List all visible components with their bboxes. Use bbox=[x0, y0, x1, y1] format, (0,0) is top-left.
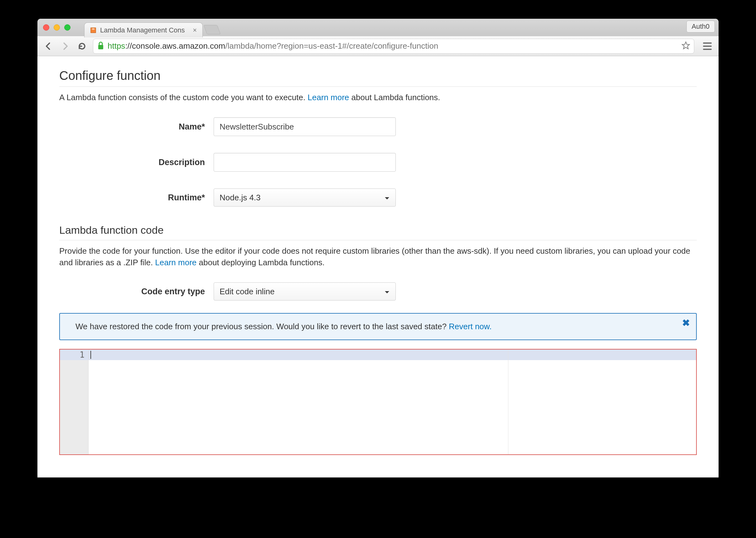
entry-type-select[interactable]: Edit code inline bbox=[213, 283, 396, 300]
code-editor[interactable]: 1 bbox=[59, 349, 697, 455]
cursor bbox=[90, 351, 91, 359]
new-tab-button[interactable] bbox=[204, 25, 221, 34]
configure-section: Configure function A Lambda function con… bbox=[59, 69, 697, 207]
configure-heading: Configure function bbox=[59, 69, 697, 83]
runtime-row: Runtime* Node.js 4.3 bbox=[59, 188, 697, 207]
description-row: Description bbox=[59, 153, 697, 172]
divider bbox=[59, 86, 697, 87]
reload-button[interactable] bbox=[76, 41, 88, 51]
url-host: ://console.aws.amazon.com bbox=[125, 41, 225, 51]
url-text: https://console.aws.amazon.com/lambda/ho… bbox=[108, 41, 438, 51]
name-input[interactable] bbox=[213, 117, 396, 136]
code-desc-text-after: about deploying Lambda functions. bbox=[197, 258, 325, 267]
tab-title: Lambda Management Cons bbox=[100, 26, 188, 34]
zoom-window-icon[interactable] bbox=[64, 24, 71, 30]
entry-type-row: Code entry type Edit code inline bbox=[59, 283, 697, 300]
runtime-value: Node.js 4.3 bbox=[219, 193, 261, 202]
learn-more-link[interactable]: Learn more bbox=[307, 93, 349, 102]
minimize-window-icon[interactable] bbox=[54, 24, 60, 30]
close-icon[interactable]: ✖ bbox=[682, 317, 690, 328]
forward-button[interactable] bbox=[59, 41, 71, 51]
description-label: Description bbox=[59, 158, 213, 167]
address-bar: https://console.aws.amazon.com/lambda/ho… bbox=[37, 36, 719, 56]
lock-icon bbox=[97, 41, 105, 51]
runtime-label: Runtime* bbox=[59, 193, 213, 202]
browser-window: Lambda Management Cons × Auth0 h bbox=[37, 19, 719, 477]
editor-area[interactable] bbox=[89, 350, 696, 455]
name-label: Name* bbox=[59, 122, 213, 132]
tab-bar: Lambda Management Cons × Auth0 bbox=[37, 19, 719, 36]
url-input[interactable]: https://console.aws.amazon.com/lambda/ho… bbox=[93, 39, 694, 54]
print-margin bbox=[508, 350, 508, 455]
code-section: Lambda function code Provide the code fo… bbox=[59, 224, 697, 455]
runtime-select[interactable]: Node.js 4.3 bbox=[213, 188, 396, 207]
code-description: Provide the code for your function. Use … bbox=[59, 245, 697, 268]
desc-text-after: about Lambda functions. bbox=[349, 93, 440, 102]
gutter: 1 bbox=[60, 350, 89, 455]
code-heading: Lambda function code bbox=[59, 224, 697, 236]
menu-icon[interactable] bbox=[701, 40, 714, 52]
learn-more-link[interactable]: Learn more bbox=[155, 258, 197, 267]
url-path: /lambda/home?region=us-east-1#/create/co… bbox=[225, 41, 438, 51]
close-window-icon[interactable] bbox=[43, 24, 49, 30]
entry-type-label: Code entry type bbox=[59, 287, 213, 296]
profile-badge[interactable]: Auth0 bbox=[686, 21, 715, 32]
description-input[interactable] bbox=[213, 153, 396, 172]
tab-favicon-icon bbox=[89, 27, 97, 34]
editor-line[interactable] bbox=[89, 350, 696, 360]
back-button[interactable] bbox=[42, 41, 54, 51]
window-controls bbox=[37, 24, 76, 30]
code-desc-text: Provide the code for your function. Use … bbox=[59, 246, 690, 267]
name-row: Name* bbox=[59, 117, 697, 136]
revert-link[interactable]: Revert now. bbox=[449, 322, 492, 331]
alert-text: We have restored the code from your prev… bbox=[75, 322, 449, 331]
chevron-down-icon bbox=[384, 193, 390, 202]
entry-type-value: Edit code inline bbox=[219, 287, 274, 296]
browser-tab[interactable]: Lambda Management Cons × bbox=[84, 23, 203, 37]
page-content: Configure function A Lambda function con… bbox=[37, 56, 719, 477]
tab-close-icon[interactable]: × bbox=[192, 26, 198, 34]
restore-alert: We have restored the code from your prev… bbox=[59, 313, 697, 340]
chevron-down-icon bbox=[384, 287, 390, 296]
configure-description: A Lambda function consists of the custom… bbox=[59, 92, 697, 103]
bookmark-star-icon[interactable] bbox=[682, 41, 690, 51]
gutter-line: 1 bbox=[60, 350, 88, 360]
desc-text: A Lambda function consists of the custom… bbox=[59, 93, 307, 102]
svg-rect-2 bbox=[98, 45, 103, 49]
divider bbox=[59, 240, 697, 240]
url-protocol: https bbox=[108, 41, 125, 51]
